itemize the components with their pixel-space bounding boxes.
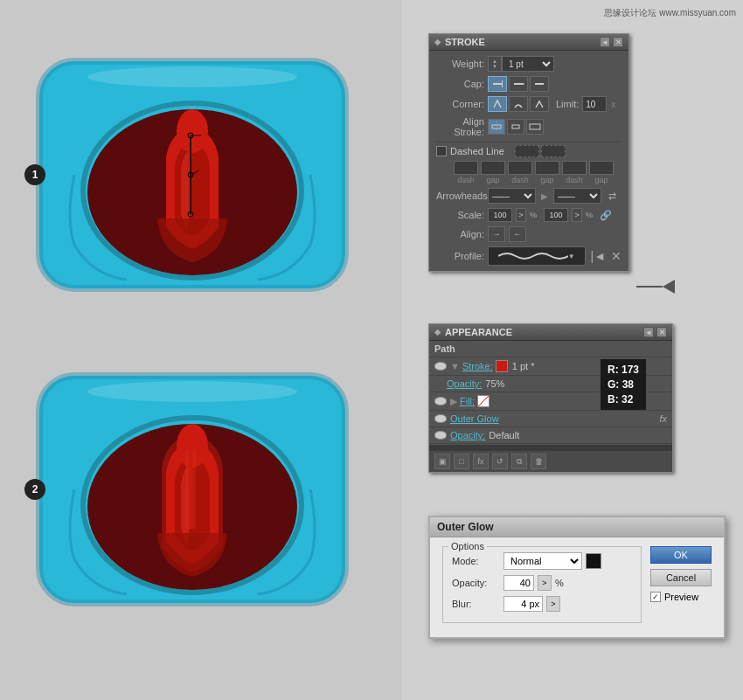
weight-label: Weight:	[436, 59, 484, 69]
app-add-effect-btn[interactable]: fx	[473, 454, 489, 469]
svg-point-4	[177, 109, 208, 153]
dialog-right: OK Cancel ✓ Preview	[650, 546, 712, 628]
dash-gap-row: dash gap dash gap dash	[436, 161, 621, 184]
app-duplicate-btn[interactable]: ⧉	[511, 454, 527, 469]
align-outside-btn[interactable]	[526, 119, 544, 135]
dash-pattern-1[interactable]	[515, 145, 539, 157]
dash-field-1[interactable]	[454, 161, 478, 175]
eye-icon-outer-glow[interactable]	[434, 414, 447, 423]
limit-label: Limit:	[556, 99, 579, 109]
arrow-head	[663, 280, 675, 294]
opacity1-link[interactable]: Opacity:	[447, 378, 482, 389]
mode-select[interactable]: Normal	[503, 552, 582, 570]
dialog-title: Outer Glow	[437, 521, 494, 533]
illustration-panel-2: 2	[17, 341, 367, 638]
dashed-checkbox[interactable]	[436, 146, 447, 156]
dash-field-3[interactable]	[562, 161, 587, 175]
fx-badge: fx	[659, 413, 667, 424]
swap-arrowheads-btn[interactable]: ⇄	[608, 191, 616, 202]
panel-collapse-btn[interactable]: ◄	[600, 37, 610, 47]
outer-glow-link[interactable]: Outer Glow	[450, 413, 499, 424]
eye-icon-stroke[interactable]	[434, 362, 447, 371]
stroke-link[interactable]: Stroke:	[462, 361, 493, 371]
blur-label: Blur:	[452, 599, 500, 609]
cap-butt-btn[interactable]	[488, 76, 507, 92]
blur-input[interactable]	[503, 596, 543, 612]
blur-row: Blur: >	[452, 596, 632, 612]
outer-glow-dialog: Outer Glow Options Mode: Normal	[428, 516, 726, 639]
cap-row: Cap:	[436, 76, 621, 92]
dash-field-2[interactable]	[508, 161, 532, 175]
glow-color-swatch[interactable]	[586, 553, 601, 569]
gap-field-3[interactable]	[589, 161, 614, 175]
stroke-color-swatch[interactable]	[496, 360, 508, 372]
limit-input[interactable]	[582, 96, 607, 112]
scale-end-input[interactable]	[544, 208, 568, 222]
svg-rect-17	[493, 83, 502, 85]
illustration-2-svg	[31, 358, 354, 620]
scale-start-input[interactable]	[488, 208, 512, 222]
align-start-btn[interactable]: →	[488, 226, 505, 242]
app-add-new-stroke-btn[interactable]: ▣	[434, 454, 450, 469]
profile-reverse-btn[interactable]: |◄	[591, 249, 607, 263]
dashed-label: Dashed Line	[450, 146, 504, 156]
appearance-close-btn[interactable]: ✕	[656, 327, 667, 337]
opacity-stepper[interactable]: >	[538, 575, 552, 591]
link-scale-btn[interactable]: 🔗	[600, 210, 612, 221]
gap-field-1[interactable]	[481, 161, 505, 175]
gap-field-2[interactable]	[535, 161, 559, 175]
cap-projecting-btn[interactable]	[530, 76, 549, 92]
arrow-fill: ▶	[450, 396, 457, 407]
opacity-label: Opacity:	[452, 578, 500, 588]
fill-color-swatch[interactable]	[477, 395, 490, 407]
weight-select[interactable]: 1 pt	[502, 56, 554, 72]
opacity-row: Opacity: > %	[452, 575, 632, 591]
app-add-new-fill-btn[interactable]: □	[454, 454, 469, 469]
scale-label: Scale:	[436, 210, 484, 220]
panel-close-btn[interactable]: ✕	[613, 37, 623, 47]
stroke-panel-titlebar: ◆ STROKE ◄ ✕	[429, 34, 628, 51]
scroll-indicator	[429, 444, 672, 451]
profile-label: Profile:	[436, 251, 484, 261]
preview-checkbox[interactable]: ✓	[650, 592, 661, 602]
weight-spinner[interactable]: ▲ ▼	[488, 56, 502, 72]
dash-pattern-2[interactable]	[541, 145, 566, 157]
limit-x: x	[611, 100, 615, 109]
align-center-btn[interactable]	[488, 119, 505, 135]
corner-bevel-btn[interactable]	[530, 96, 549, 112]
profile-reset-btn[interactable]: ✕	[611, 249, 621, 263]
svg-rect-18	[502, 80, 503, 87]
app-clear-btn[interactable]: ↺	[492, 454, 508, 469]
arrow-indicator	[636, 280, 675, 294]
scale-start-gt[interactable]: >	[516, 208, 526, 222]
corner-miter-btn[interactable]	[488, 96, 507, 112]
opacity-input[interactable]	[503, 575, 534, 591]
eye-icon-fill[interactable]	[434, 397, 447, 405]
color-r: R: 173	[608, 363, 639, 378]
align-label-2: Align:	[436, 229, 484, 239]
scale-end-gt[interactable]: >	[572, 208, 582, 222]
appearance-collapse-btn[interactable]: ◄	[643, 327, 654, 337]
blur-stepper[interactable]: >	[546, 596, 560, 612]
ok-button[interactable]: OK	[650, 546, 712, 564]
options-group: Options Mode: Normal Opacity: >	[442, 546, 642, 623]
arrowhead-start-select[interactable]: ——	[488, 188, 536, 204]
app-delete-btn[interactable]: 🗑	[531, 454, 546, 469]
appearance-panel: ◆ APPEARANCE ◄ ✕ Path ▼ Stroke: 1 pt * R…	[428, 323, 673, 473]
cancel-button[interactable]: Cancel	[650, 569, 712, 586]
opacity-unit: %	[555, 578, 564, 588]
profile-select[interactable]: ▼	[488, 246, 586, 266]
align-inside-btn[interactable]	[507, 119, 524, 135]
appearance-bottom-bar: ▣ □ fx ↺ ⧉ 🗑	[429, 451, 672, 472]
stroke-panel: ◆ STROKE ◄ ✕ Weight: ▲ ▼ 1 pt	[428, 33, 629, 272]
arrowhead-end-select[interactable]: ——	[553, 188, 601, 204]
dialog-content: Options Mode: Normal Opacity: >	[430, 537, 724, 637]
svg-rect-20	[535, 83, 544, 85]
align-end-btn[interactable]: ←	[509, 226, 526, 242]
eye-icon-opacity2[interactable]	[434, 431, 447, 440]
opacity2-link[interactable]: Opacity:	[450, 430, 485, 440]
fill-link[interactable]: Fill:	[460, 396, 475, 406]
corner-round-btn[interactable]	[509, 96, 528, 112]
cap-round-btn[interactable]	[509, 76, 528, 92]
illustrations-area: 1	[0, 0, 402, 700]
